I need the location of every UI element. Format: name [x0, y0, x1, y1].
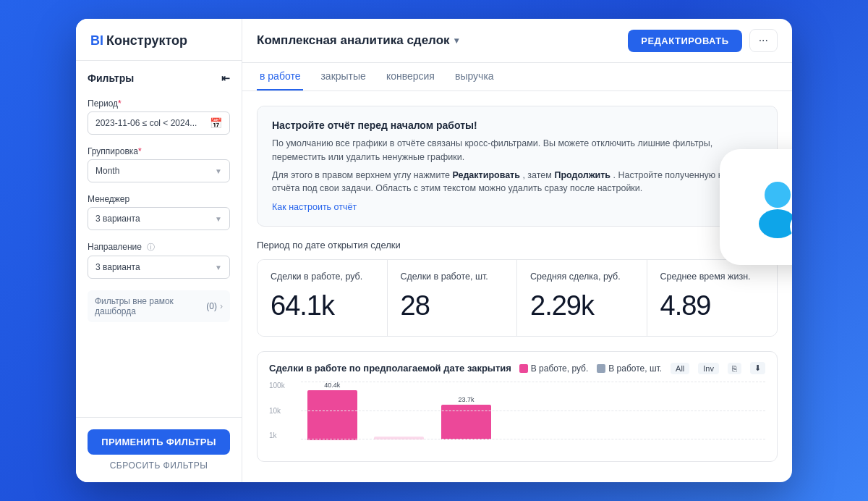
app-window: BI Конструктор Фильтры ⇤ Период* 2023-11… [76, 19, 792, 482]
svg-point-0 [765, 182, 791, 208]
chart-bars: 40.4k 23.7k [301, 382, 765, 452]
tabs-bar: в работе закрытые конверсия выручка [242, 63, 792, 91]
legend-dot-pink [519, 364, 528, 373]
chevron-down-icon: ▼ [215, 167, 222, 175]
edit-button[interactable]: РЕДАКТИРОВАТЬ [628, 30, 741, 52]
outside-filters[interactable]: Фильтры вне рамок дашборда (0) › [88, 290, 230, 322]
kpi-value-0: 64.1k [271, 290, 374, 321]
setup-block: Настройте отчёт перед началом работы! По… [257, 106, 778, 227]
legend-label-gray: В работе, шт. [608, 363, 662, 374]
floating-card [720, 149, 792, 265]
dashboard-title: Комплексная аналитика сделок [257, 33, 450, 48]
setup-title: Настройте отчёт перед началом работы! [272, 119, 762, 131]
period-filter-group: Период* 2023-11-06 ≤ col < 2024... 📅 [88, 98, 230, 135]
topbar: Комплексная аналитика сделок ▾ РЕДАКТИРО… [242, 19, 792, 63]
title-dropdown-icon[interactable]: ▾ [454, 35, 459, 46]
chart-copy-button[interactable]: ⎘ [728, 363, 741, 374]
legend-label-pink: В работе, руб. [531, 363, 589, 374]
filters-title: Фильтры [88, 72, 134, 84]
bar-val-label-0: 40.4k [324, 382, 340, 389]
bar-group-3 [502, 382, 565, 452]
tab-in-work[interactable]: в работе [257, 63, 303, 90]
kpi-title-2: Средняя сделка, руб. [530, 271, 634, 282]
chart-all-button[interactable]: All [671, 363, 689, 374]
tab-closed[interactable]: закрытые [318, 63, 368, 90]
bar-pink-2 [441, 405, 491, 439]
bar-group-2: 23.7k [435, 382, 498, 452]
chart-legend: В работе, руб. В работе, шт. All Inv ⎘ ⬇ [519, 362, 765, 374]
ellipsis-icon: ··· [759, 34, 768, 47]
chart-y-axis: 100k 10k 1k [269, 382, 297, 452]
kpi-card-2: Средняя сделка, руб. 2.29k [517, 260, 647, 336]
manager-label: Менеджер [88, 194, 230, 204]
bar-pink-3 [508, 438, 558, 439]
period-label: Период* [88, 98, 230, 109]
bar-pink-0 [307, 390, 357, 440]
direction-filter-group: Направление ⓘ 3 варианта ▼ [88, 242, 230, 279]
person-icon [745, 174, 792, 240]
y-label-1k: 1k [269, 431, 297, 439]
app-logo: BI Конструктор [76, 19, 242, 61]
tab-revenue[interactable]: выручка [452, 63, 497, 90]
y-label-100k: 100k [269, 382, 297, 390]
info-icon: ⓘ [147, 243, 155, 251]
kpi-card-0: Сделки в работе, руб. 64.1k [258, 260, 388, 336]
kpi-value-2: 2.29k [530, 290, 634, 321]
reset-filters-button[interactable]: СБРОСИТЬ ФИЛЬТРЫ [88, 460, 230, 471]
chevron-down-icon: ▼ [215, 215, 222, 223]
chart-title: Сделки в работе по предполагаемой дате з… [269, 363, 511, 374]
direction-select[interactable]: 3 варианта ▼ [88, 256, 230, 279]
y-label-10k: 10k [269, 407, 297, 415]
kpi-title-0: Сделки в работе, руб. [271, 271, 374, 282]
sidebar: BI Конструктор Фильтры ⇤ Период* 2023-11… [76, 19, 242, 482]
manager-select[interactable]: 3 варианта ▼ [88, 207, 230, 230]
kpi-card-3: Среднее время жизн. 4.89 [647, 260, 778, 336]
bar-group-0: 40.4k [301, 382, 364, 452]
legend-dot-gray [597, 364, 605, 373]
setup-link[interactable]: Как настроить отчёт [272, 202, 357, 212]
kpi-row: Сделки в работе, руб. 64.1k Сделки в раб… [257, 259, 778, 337]
grouping-filter-group: Группировка* Month ▼ [88, 146, 230, 182]
manager-filter-group: Менеджер 3 варианта ▼ [88, 194, 230, 230]
outside-filters-label: Фильтры вне рамок дашборда [95, 296, 206, 316]
kpi-value-3: 4.89 [660, 290, 765, 321]
topbar-title: Комплексная аналитика сделок ▾ [257, 33, 459, 48]
tab-conversion[interactable]: конверсия [383, 63, 438, 90]
period-section-label: Период по дате открытия сделки [257, 240, 778, 250]
setup-text2: Для этого в правом верхнем углу нажмите … [272, 169, 762, 196]
setup-text1: По умолчанию все графики в отчёте связан… [272, 137, 762, 164]
bar-val-label-2: 23.7k [458, 396, 474, 403]
chart-download-button[interactable]: ⬇ [750, 362, 765, 374]
more-options-button[interactable]: ··· [749, 29, 778, 52]
avatar-container [745, 174, 792, 240]
topbar-actions: РЕДАКТИРОВАТЬ ··· [628, 29, 778, 52]
chart-section: Сделки в работе по предполагаемой дате з… [257, 351, 778, 462]
main-scrollable: Настройте отчёт перед началом работы! По… [242, 91, 792, 482]
kpi-title-1: Сделки в работе, шт. [401, 271, 504, 282]
bar-group-1 [368, 382, 431, 452]
grouping-label: Группировка* [88, 146, 230, 156]
apply-filters-button[interactable]: ПРИМЕНИТЬ ФИЛЬТРЫ [88, 429, 230, 455]
bar-group-5 [636, 382, 699, 452]
outside-filters-count: (0) [206, 301, 217, 311]
bar-pink-1 [374, 437, 424, 439]
kpi-title-3: Среднее время жизн. [660, 271, 765, 282]
kpi-value-1: 28 [401, 290, 504, 321]
manager-value: 3 варианта [95, 214, 140, 224]
bar-group-6 [702, 382, 765, 452]
sidebar-content: Фильтры ⇤ Период* 2023-11-06 ≤ col < 202… [76, 61, 242, 417]
period-input[interactable]: 2023-11-06 ≤ col < 2024... 📅 [88, 111, 230, 135]
bar-group-4 [569, 382, 631, 452]
direction-value: 3 варианта [95, 262, 140, 272]
legend-item-gray: В работе, шт. [597, 363, 662, 374]
chart-header: Сделки в работе по предполагаемой дате з… [258, 352, 777, 382]
logo-rest-text: Конструктор [106, 33, 187, 49]
chevron-right-icon: › [220, 301, 223, 311]
collapse-icon[interactable]: ⇤ [221, 72, 230, 84]
chart-inv-button[interactable]: Inv [698, 363, 719, 374]
chart-body: 100k 10k 1k 40.4k [258, 382, 777, 461]
direction-label: Направление ⓘ [88, 242, 230, 253]
chevron-down-icon: ▼ [215, 264, 222, 271]
grouping-select[interactable]: Month ▼ [88, 159, 230, 182]
logo-bi-text: BI [90, 33, 103, 49]
